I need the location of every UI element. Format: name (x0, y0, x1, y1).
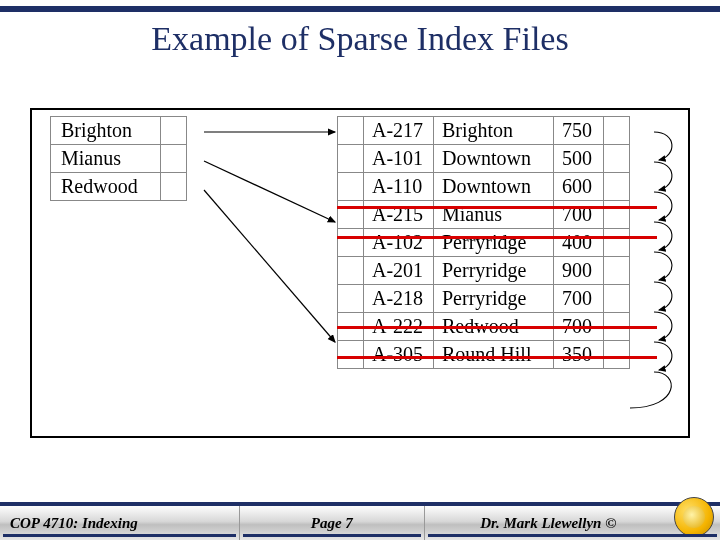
slide-title: Example of Sparse Index Files (0, 20, 720, 58)
record-city: Perryridge (434, 257, 554, 285)
footer-page: Page 7 (240, 506, 424, 540)
record-value: 350 (554, 341, 604, 369)
record-value: 700 (554, 201, 604, 229)
index-label: Brighton (51, 117, 161, 145)
record-city: Perryridge (434, 285, 554, 313)
block-cell (338, 229, 364, 257)
block-cell (338, 257, 364, 285)
record-value: 500 (554, 145, 604, 173)
record-id: A-110 (364, 173, 434, 201)
block-cell (338, 201, 364, 229)
ucf-logo-icon (674, 497, 714, 537)
record-value: 750 (554, 117, 604, 145)
footer-course: COP 4710: Indexing (0, 506, 240, 540)
table-row: A-215Mianus700 (338, 201, 630, 229)
block-cell (338, 285, 364, 313)
table-row: A-101Downtown500 (338, 145, 630, 173)
table-row: A-217Brighton750 (338, 117, 630, 145)
link-cell (604, 201, 630, 229)
footer-author-text: Dr. Mark Llewellyn © (480, 515, 616, 532)
link-cell (604, 341, 630, 369)
link-cell (604, 117, 630, 145)
index-pointer-cell (161, 145, 187, 173)
link-cell (604, 145, 630, 173)
footer-bar: COP 4710: Indexing Page 7 Dr. Mark Llewe… (0, 502, 720, 540)
table-row: Mianus (51, 145, 187, 173)
block-divider (337, 326, 657, 329)
table-row: A-110Downtown600 (338, 173, 630, 201)
block-cell (338, 341, 364, 369)
record-city: Downtown (434, 145, 554, 173)
top-navy-bar (0, 6, 720, 12)
record-city: Perryridge (434, 229, 554, 257)
record-id: A-101 (364, 145, 434, 173)
record-id: A-305 (364, 341, 434, 369)
link-cell (604, 229, 630, 257)
data-table: A-217Brighton750 A-101Downtown500 A-110D… (337, 116, 630, 369)
index-label: Mianus (51, 145, 161, 173)
table-row: A-102Perryridge400 (338, 229, 630, 257)
record-value: 600 (554, 173, 604, 201)
block-divider (337, 206, 657, 209)
block-cell (338, 173, 364, 201)
table-row: A-201Perryridge900 (338, 257, 630, 285)
table-row: Redwood (51, 173, 187, 201)
record-city: Mianus (434, 201, 554, 229)
block-cell (338, 145, 364, 173)
link-cell (604, 285, 630, 313)
record-id: A-102 (364, 229, 434, 257)
index-table: Brighton Mianus Redwood (50, 116, 187, 201)
table-row: A-218Perryridge700 (338, 285, 630, 313)
table-row: A-305Round Hill350 (338, 341, 630, 369)
index-label: Redwood (51, 173, 161, 201)
index-pointer-cell (161, 117, 187, 145)
svg-line-2 (204, 190, 335, 342)
block-divider (337, 356, 657, 359)
footer-author: Dr. Mark Llewellyn © (425, 506, 721, 540)
record-id: A-218 (364, 285, 434, 313)
record-value: 900 (554, 257, 604, 285)
table-row: Brighton (51, 117, 187, 145)
record-value: 700 (554, 285, 604, 313)
record-city: Round Hill (434, 341, 554, 369)
record-value: 400 (554, 229, 604, 257)
block-cell (338, 117, 364, 145)
record-city: Downtown (434, 173, 554, 201)
index-pointer-cell (161, 173, 187, 201)
link-cell (604, 257, 630, 285)
record-id: A-201 (364, 257, 434, 285)
record-city: Brighton (434, 117, 554, 145)
record-id: A-217 (364, 117, 434, 145)
diagram-frame: Brighton Mianus Redwood A-217Brighton750… (30, 108, 690, 438)
record-id: A-215 (364, 201, 434, 229)
block-divider (337, 236, 657, 239)
link-cell (604, 173, 630, 201)
svg-line-1 (204, 161, 335, 222)
